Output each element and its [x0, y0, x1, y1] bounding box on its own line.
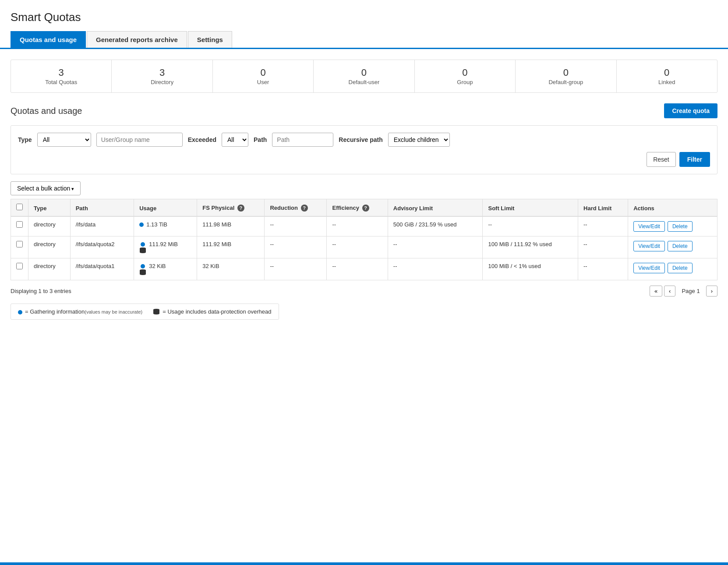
row-path: /ifs/data	[70, 216, 134, 237]
row-soft-limit: 100 MiB / 111.92 % used	[483, 237, 578, 258]
row-type: directory	[28, 216, 71, 237]
row-actions: View/EditDelete	[628, 258, 717, 280]
recursive-label: Recursive path	[339, 136, 382, 143]
path-input[interactable]	[272, 133, 333, 147]
stack-icon	[153, 309, 160, 315]
pagination-row: Displaying 1 to 3 entries « ‹ Page 1 ›	[11, 286, 717, 297]
th-advisory-limit: Advisory Limit	[388, 199, 483, 217]
row-hard-limit: --	[578, 237, 628, 258]
pagination-page: Page 1	[677, 286, 704, 296]
row-reduction: --	[265, 237, 327, 258]
th-hard-limit: Hard Limit	[578, 199, 628, 217]
row-soft-limit: --	[483, 216, 578, 237]
row-advisory-limit: 500 GiB / 231.59 % used	[388, 216, 483, 237]
filter-button[interactable]: Filter	[679, 152, 710, 167]
row-checkbox[interactable]	[16, 241, 23, 247]
section-header: Quotas and usage Create quota	[11, 103, 717, 118]
usage-value: 32 KiB	[149, 263, 166, 269]
row-reduction: --	[265, 258, 327, 280]
table-row: directory/ifs/data1.13 TiB111.98 MiB----…	[11, 216, 717, 237]
view-edit-button[interactable]: View/Edit	[633, 263, 665, 273]
filters-box: Type All Directory User Default-user Gro…	[11, 125, 717, 174]
delete-button[interactable]: Delete	[668, 241, 693, 251]
stat-default-user: 0 Default-user	[314, 60, 414, 92]
th-soft-limit: Soft Limit	[483, 199, 578, 217]
row-actions: View/EditDelete	[628, 216, 717, 237]
row-usage: 1.13 TiB	[134, 216, 197, 237]
row-checkbox-cell	[11, 216, 28, 237]
stat-default-group: 0 Default-group	[516, 60, 616, 92]
th-checkbox	[11, 199, 28, 217]
path-label: Path	[254, 136, 267, 143]
delete-button[interactable]: Delete	[668, 221, 693, 232]
tab-reports[interactable]: Generated reports archive	[87, 31, 187, 48]
row-efficiency: --	[327, 237, 388, 258]
row-checkbox[interactable]	[16, 263, 23, 269]
th-reduction: Reduction ?	[265, 199, 327, 217]
reduction-help-icon[interactable]: ?	[301, 205, 308, 212]
efficiency-help-icon[interactable]: ?	[362, 205, 369, 212]
fs-physical-help-icon[interactable]: ?	[237, 205, 244, 212]
row-hard-limit: --	[578, 216, 628, 237]
pagination-summary: Displaying 1 to 3 entries	[11, 288, 71, 294]
blue-dot-icon	[18, 310, 22, 314]
row-fs-physical: 111.92 MiB	[197, 237, 265, 258]
row-type: directory	[28, 258, 71, 280]
row-efficiency: --	[327, 258, 388, 280]
pagination-prev[interactable]: ‹	[664, 286, 675, 297]
stat-user: 0 User	[213, 60, 314, 92]
exceeded-label: Exceeded	[188, 136, 216, 143]
bottom-bar	[0, 562, 728, 565]
th-usage: Usage	[134, 199, 197, 217]
usage-value: 111.92 MiB	[149, 241, 178, 247]
gathering-dot-icon	[141, 264, 145, 268]
create-quota-button[interactable]: Create quota	[664, 103, 717, 118]
usage-value: 1.13 TiB	[146, 221, 167, 228]
section-title: Quotas and usage	[11, 106, 82, 116]
row-checkbox-cell	[11, 237, 28, 258]
type-label: Type	[18, 136, 32, 143]
row-soft-limit: 100 MiB / < 1% used	[483, 258, 578, 280]
legend-gathering: = Gathering information(values may be in…	[18, 308, 142, 315]
th-actions: Actions	[628, 199, 717, 217]
row-advisory-limit: --	[388, 258, 483, 280]
pagination-buttons: « ‹ Page 1 ›	[650, 286, 717, 297]
stat-total-quotas: 3 Total Quotas	[11, 60, 112, 92]
type-select[interactable]: All Directory User Default-user Group De…	[37, 133, 91, 147]
table-row: directory/ifs/data/quota132 KiB32 KiB---…	[11, 258, 717, 280]
stats-box: 3 Total Quotas 3 Directory 0 User 0 Defa…	[11, 60, 717, 93]
row-fs-physical: 111.98 MiB	[197, 216, 265, 237]
pagination-first[interactable]: «	[650, 286, 662, 297]
row-actions: View/EditDelete	[628, 237, 717, 258]
row-path: /ifs/data/quota2	[70, 237, 134, 258]
pagination-next[interactable]: ›	[706, 286, 717, 297]
bulk-action-button[interactable]: Select a bulk action	[11, 181, 81, 195]
legend-box: = Gathering information(values may be in…	[11, 304, 279, 320]
row-reduction: --	[265, 216, 327, 237]
select-all-checkbox[interactable]	[16, 204, 23, 210]
page-title: Smart Quotas	[0, 0, 728, 31]
view-edit-button[interactable]: View/Edit	[633, 221, 665, 232]
quotas-table: Type Path Usage FS Physical ? Reduction …	[11, 199, 717, 280]
gathering-dot-icon	[139, 222, 144, 227]
stat-linked: 0 Linked	[617, 60, 717, 92]
row-advisory-limit: --	[388, 237, 483, 258]
user-group-input[interactable]	[96, 133, 183, 147]
legend-data-protection: = Usage includes data-protection overhea…	[153, 308, 271, 315]
tab-settings[interactable]: Settings	[188, 31, 232, 48]
recursive-select[interactable]: Exclude children Include children	[388, 133, 450, 147]
row-fs-physical: 32 KiB	[197, 258, 265, 280]
exceeded-select[interactable]: All Yes No	[222, 133, 248, 147]
th-efficiency: Efficiency ?	[327, 199, 388, 217]
view-edit-button[interactable]: View/Edit	[633, 241, 665, 251]
bulk-action-wrapper: Select a bulk action	[11, 181, 717, 195]
row-checkbox-cell	[11, 258, 28, 280]
delete-button[interactable]: Delete	[668, 263, 693, 273]
row-checkbox[interactable]	[16, 221, 23, 228]
tab-quotas[interactable]: Quotas and usage	[11, 31, 86, 48]
th-fs-physical: FS Physical ?	[197, 199, 265, 217]
reset-button[interactable]: Reset	[647, 152, 676, 167]
table-row: directory/ifs/data/quota2111.92 MiB111.9…	[11, 237, 717, 258]
th-path: Path	[70, 199, 134, 217]
legend-stack-text: = Usage includes data-protection overhea…	[163, 308, 271, 315]
